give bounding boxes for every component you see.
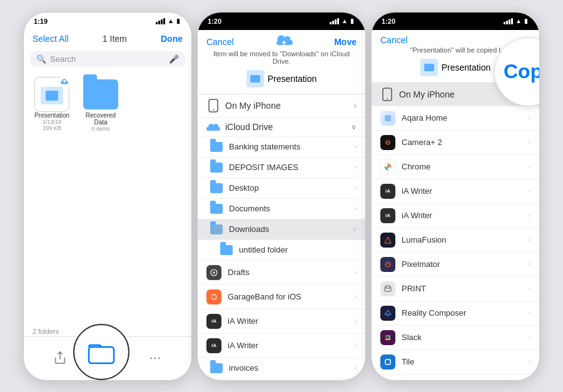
slack-icon xyxy=(383,333,392,342)
folder-icon-tab xyxy=(101,351,114,365)
move-file-name: Presentation xyxy=(268,74,317,84)
app-aqara[interactable]: Aqara Home › xyxy=(372,106,539,131)
done-button[interactable]: Done xyxy=(161,34,183,44)
move-top-row: Cancel Move xyxy=(206,35,357,49)
app-icon-garageband xyxy=(206,289,221,304)
app-icon-slack xyxy=(380,330,395,345)
app-ia3[interactable]: iA iA Writer › xyxy=(372,179,539,204)
svg-rect-31 xyxy=(389,338,391,340)
move-button[interactable]: Move xyxy=(334,37,357,47)
tab-browse-container xyxy=(101,351,114,365)
app-pixelmator[interactable]: Pixelmator › xyxy=(372,253,539,277)
svg-rect-32 xyxy=(385,359,390,364)
app-reality[interactable]: Reality Composer › xyxy=(372,301,539,326)
battery-icon-3: ▮ xyxy=(524,18,528,24)
battery-icon: ▮ xyxy=(176,18,180,24)
time-3: 1:20 xyxy=(382,18,395,25)
folder-drafts[interactable]: Drafts › xyxy=(198,261,365,285)
signal-icon xyxy=(156,18,165,24)
status-icons-2: ▲ ▮ xyxy=(330,18,354,24)
iphone-icon-2 xyxy=(206,99,220,113)
wifi-icon: ▲ xyxy=(168,18,174,24)
app-slack[interactable]: Slack › xyxy=(372,326,539,350)
signal-icon-2 xyxy=(330,18,339,24)
folder-downloads[interactable]: Downloads ∨ xyxy=(198,219,365,240)
folder-icon-documents xyxy=(210,204,223,214)
folder-banking[interactable]: Banking statements › xyxy=(198,137,365,158)
chevron-drafts: › xyxy=(355,269,357,276)
cancel-button-3[interactable]: Cancel xyxy=(380,35,408,45)
app-icon-ia1: iA xyxy=(206,314,221,329)
folder-icon-desktop xyxy=(210,183,223,193)
app-name-pixelmator: Pixelmator xyxy=(402,259,440,269)
file-name-presentation: Presentation xyxy=(34,112,69,119)
folder-invoices[interactable]: invoices › xyxy=(198,358,365,379)
signal-icon-3 xyxy=(504,18,513,24)
cancel-button-2[interactable]: Cancel xyxy=(206,37,234,47)
chevron-ia1: › xyxy=(355,318,357,324)
folder-ia1[interactable]: iA iA Writer › xyxy=(198,309,365,334)
search-bar[interactable]: 🔍 Search 🎤 xyxy=(30,51,185,67)
app-icon-pixelmator xyxy=(380,257,395,272)
copy-label: Copy xyxy=(504,60,540,83)
search-input[interactable]: Search xyxy=(50,54,165,64)
app-tile[interactable]: Tile › xyxy=(372,350,539,374)
app-camera[interactable]: Camera+ 2 › xyxy=(372,131,539,155)
svg-rect-21 xyxy=(386,286,390,288)
status-icons-3: ▲ ▮ xyxy=(504,18,528,24)
share-icon xyxy=(53,351,67,364)
folder-desktop[interactable]: Desktop › xyxy=(198,178,365,199)
file-recovered[interactable]: Recovered Data 0 items xyxy=(79,77,123,132)
section-on-my-iphone-2[interactable]: On My iPhone › xyxy=(198,94,365,118)
svg-point-3 xyxy=(155,358,156,359)
app-ia4[interactable]: iA iA Writer › xyxy=(372,204,539,228)
app-icon-ia2: iA xyxy=(206,338,221,353)
chevron-ia2: › xyxy=(355,342,357,349)
section-icloud-2[interactable]: iCloud Drive ∨ xyxy=(198,118,365,137)
app-name-luma: LumaFusion xyxy=(402,235,447,244)
item-count: 1 Item xyxy=(103,34,127,44)
folder-documents[interactable]: Documents › xyxy=(198,199,365,219)
folder-irs[interactable]: IRS › xyxy=(198,379,365,380)
file-thumb-3 xyxy=(420,59,438,76)
app-name-ia3: iA Writer xyxy=(402,186,432,196)
folder-ia2[interactable]: iA iA Writer › xyxy=(198,334,365,358)
status-icons-1: ▲ ▮ xyxy=(156,18,180,24)
camera-icon xyxy=(383,138,392,147)
app-icon-luma xyxy=(380,233,395,248)
svg-point-19 xyxy=(385,262,390,267)
copy-file-name: Presentation xyxy=(442,63,491,73)
folder-name-untitled: untitled folder xyxy=(239,245,288,254)
move-top-bar: Cancel Move Item will be moved to "Downl… xyxy=(198,30,365,94)
wifi-icon-2: ▲ xyxy=(342,18,348,24)
svg-point-23 xyxy=(387,315,388,316)
search-icon: 🔍 xyxy=(36,54,46,64)
chevron-desktop: › xyxy=(355,184,357,191)
folder-garageband[interactable]: GarageBand for iOS › xyxy=(198,285,365,309)
folder-untitled[interactable]: untitled folder xyxy=(198,240,365,261)
app-name-ia4: iA Writer xyxy=(402,211,432,220)
file-presentation[interactable]: Presentation 1/13/19 299 KB xyxy=(30,77,74,132)
tab-share[interactable] xyxy=(53,351,67,366)
app-name-slack: Slack xyxy=(402,333,422,342)
wifi-icon-3: ▲ xyxy=(515,18,522,24)
folder-deposit[interactable]: DEPOSIT IMAGES › xyxy=(198,158,365,178)
svg-point-12 xyxy=(387,98,388,99)
app-icon-reality xyxy=(380,306,395,321)
app-name-reality: Reality Composer xyxy=(402,308,466,318)
app-name-camera: Camera+ 2 xyxy=(402,138,442,147)
folder-icon-banking xyxy=(210,142,223,152)
aqara-icon xyxy=(383,114,392,123)
tab-more[interactable] xyxy=(148,351,162,365)
move-notice: Item will be moved to "Downloads" on iCl… xyxy=(206,50,357,65)
app-luma[interactable]: LumaFusion › xyxy=(372,228,539,253)
app-print[interactable]: PRINT › xyxy=(372,277,539,301)
app-chrome[interactable]: Chrome › xyxy=(372,155,539,179)
folder-name-desktop: Desktop xyxy=(229,183,259,193)
svg-marker-22 xyxy=(385,310,391,314)
select-all-button[interactable]: Select All xyxy=(33,34,69,44)
section-icloud-3[interactable]: iCloud Drive ∨ xyxy=(372,374,539,380)
ia-label: iA xyxy=(211,318,216,324)
chevron-ia4: › xyxy=(529,212,530,219)
app-icon-chrome xyxy=(380,159,395,174)
